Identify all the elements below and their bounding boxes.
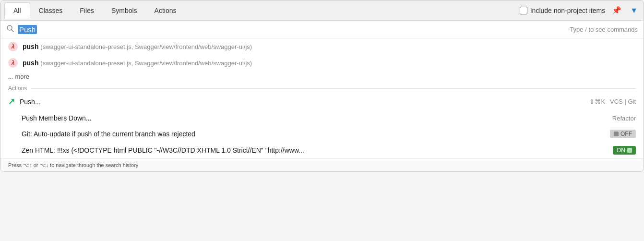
tab-bar-right: Include non-project items 📌 ▼ xyxy=(520,5,640,16)
toggle-on-label: ON xyxy=(617,147,625,154)
toggle-off-git[interactable]: OFF xyxy=(610,130,636,138)
tab-actions[interactable]: Actions xyxy=(146,3,185,18)
tab-all[interactable]: All xyxy=(4,2,30,19)
footer: Press ⌥↑ or ⌥↓ to navigate through the s… xyxy=(0,158,644,171)
pin-button[interactable]: 📌 xyxy=(610,5,623,16)
search-icon xyxy=(6,24,14,34)
action-push-members-name: Push Members Down... xyxy=(8,114,608,122)
result-path-2: (swagger-ui-standalone-preset.js, Swagge… xyxy=(40,60,252,67)
push-arrow-icon: ↗ xyxy=(8,96,15,107)
action-item-zen-html[interactable]: Zen HTML: !!!xs (<!DOCTYPE html PUBLIC "… xyxy=(0,142,644,158)
section-divider: Actions xyxy=(0,82,644,93)
toggle-off-label: OFF xyxy=(620,131,632,137)
search-bar: Push Type / to see commands xyxy=(0,21,644,38)
search-hint: Type / to see commands xyxy=(570,26,638,33)
result-name-text-1: push xyxy=(23,43,38,50)
result-path-1: (swagger-ui-standalone-preset.js, Swagge… xyxy=(40,43,252,50)
action-item-git-autoupdate[interactable]: Git: Auto-update if push of the current … xyxy=(0,126,644,142)
search-dialog: All Classes Files Symbols Actions Includ… xyxy=(0,0,644,172)
action-push-category: VCS | Git xyxy=(610,98,636,105)
more-link[interactable]: ... more xyxy=(0,71,644,82)
svg-line-1 xyxy=(12,30,13,32)
tab-symbols[interactable]: Symbols xyxy=(103,3,146,18)
section-line xyxy=(31,88,636,89)
include-non-project-checkbox[interactable] xyxy=(520,7,527,14)
lambda-icon-2: λ xyxy=(8,58,18,68)
result-name-text-2: push xyxy=(23,59,38,67)
result-name-2: push (swagger-ui-standalone-preset.js, S… xyxy=(23,59,252,67)
result-item-1[interactable]: λ push (swagger-ui-standalone-preset.js,… xyxy=(0,38,644,55)
filter-button[interactable]: ▼ xyxy=(628,5,640,16)
toggle-on-knob xyxy=(627,148,632,153)
result-name-1: push (swagger-ui-standalone-preset.js, S… xyxy=(23,43,252,50)
toggle-off-knob xyxy=(614,132,619,136)
tab-classes[interactable]: Classes xyxy=(30,3,72,18)
include-non-project-label[interactable]: Include non-project items xyxy=(520,7,605,14)
footer-text: Press ⌥↑ or ⌥↓ to navigate through the s… xyxy=(8,162,138,168)
result-item-2[interactable]: λ push (swagger-ui-standalone-preset.js,… xyxy=(0,55,644,71)
action-push-shortcut: ⇧⌘K xyxy=(589,98,605,105)
search-value: Push xyxy=(18,25,37,34)
action-push-name: Push... xyxy=(20,98,581,106)
action-item-push[interactable]: ↗ Push... ⇧⌘K VCS | Git xyxy=(0,93,644,110)
tab-bar: All Classes Files Symbols Actions Includ… xyxy=(0,0,644,21)
action-item-push-members[interactable]: Push Members Down... Refactor xyxy=(0,110,644,126)
search-input-wrapper[interactable]: Push xyxy=(18,25,566,34)
include-non-project-text: Include non-project items xyxy=(530,7,605,14)
section-label: Actions xyxy=(8,85,27,92)
action-push-members-category: Refactor xyxy=(612,115,636,122)
action-zen-html-name: Zen HTML: !!!xs (<!DOCTYPE html PUBLIC "… xyxy=(8,146,608,154)
action-git-autoupdate-name: Git: Auto-update if push of the current … xyxy=(8,130,605,138)
toggle-on-zen[interactable]: ON xyxy=(613,146,636,155)
results-list: λ push (swagger-ui-standalone-preset.js,… xyxy=(0,38,644,158)
lambda-icon-1: λ xyxy=(8,42,18,51)
tab-files[interactable]: Files xyxy=(71,3,103,18)
